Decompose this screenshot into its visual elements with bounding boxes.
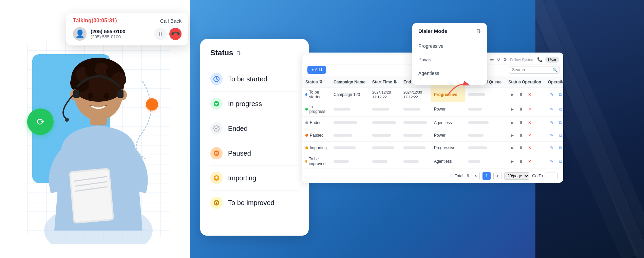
status-cell: To be improved xyxy=(302,154,330,169)
status-item-importing[interactable]: Importing xyxy=(210,166,299,191)
dot-icon xyxy=(305,160,307,163)
status-cell: Importing xyxy=(302,142,330,154)
per-page-select[interactable]: 20/page 50/page xyxy=(504,172,529,180)
placeholder xyxy=(468,146,487,149)
pagination: ⊙ Total : 6 < 1 > 20/page 50/page Go To xyxy=(302,169,563,183)
copy-btn[interactable]: ⧉ xyxy=(557,105,563,113)
edit-btn[interactable]: ✎ xyxy=(548,91,555,98)
stop-btn[interactable]: ✕ xyxy=(526,105,533,113)
play-btn[interactable]: ▶ xyxy=(508,132,516,139)
follow-system-label: Follow System xyxy=(510,58,534,62)
svg-point-30 xyxy=(214,151,219,156)
status-title: Status xyxy=(210,48,233,57)
campaign-name-cell: Campaign 123 xyxy=(330,87,369,102)
orange-dot xyxy=(146,98,158,111)
campaign-name-cell xyxy=(330,154,369,169)
placeholder xyxy=(468,134,484,137)
status-text: To be improved xyxy=(309,157,327,166)
placeholder xyxy=(403,146,425,149)
ops-btns: ✎ ⧉ 🗑 xyxy=(548,91,563,98)
stop-btn[interactable]: ✕ xyxy=(526,144,533,152)
dialer-progressive[interactable]: Progressive xyxy=(412,39,487,53)
status-cell: To be started xyxy=(302,87,330,102)
user-label[interactable]: User xyxy=(545,57,559,63)
pause-op-btn[interactable]: ⏸ xyxy=(517,144,525,152)
placeholder xyxy=(372,146,394,149)
play-btn[interactable]: ▶ xyxy=(508,105,516,113)
status-cell: In progress xyxy=(302,102,330,117)
to-be-improved-label: To be improved xyxy=(228,199,274,207)
call-controls: ⏸ 📞 xyxy=(154,28,182,40)
phone-icon-btn[interactable]: 📞 xyxy=(537,57,543,62)
phone-number-main: (205) 555-0100 xyxy=(91,28,150,34)
add-button[interactable]: + Add xyxy=(307,66,326,74)
current-page-btn[interactable]: 1 xyxy=(482,172,491,180)
placeholder xyxy=(403,134,422,137)
refresh-icon[interactable]: ↺ xyxy=(497,57,500,62)
status-item-to-be-started[interactable]: To be started xyxy=(210,67,299,92)
status-panel: Status ⇅ To be started In progress xyxy=(200,39,309,236)
stop-btn[interactable]: ✕ xyxy=(526,158,533,165)
campaign-name-cell xyxy=(330,129,369,142)
play-btn[interactable]: ▶ xyxy=(508,119,516,126)
outbound-queue-cell xyxy=(465,129,505,142)
play-btn[interactable]: ▶ xyxy=(508,158,516,165)
next-page-btn[interactable]: > xyxy=(493,172,501,180)
pause-op-btn[interactable]: ⏸ xyxy=(517,119,525,126)
copy-btn[interactable]: ⧉ xyxy=(557,158,563,165)
copy-btn[interactable]: ⧉ xyxy=(557,91,563,98)
ops-btns: ✎ ⧉ 🗑 xyxy=(548,132,563,139)
call-back-button[interactable]: Call Back xyxy=(160,18,182,24)
edit-btn[interactable]: ✎ xyxy=(548,158,555,165)
list-view-icon[interactable]: ☰ xyxy=(490,57,494,62)
edit-btn[interactable]: ✎ xyxy=(548,144,555,152)
placeholder xyxy=(468,160,480,163)
stop-btn[interactable]: ✕ xyxy=(526,119,533,126)
edit-btn[interactable]: ✎ xyxy=(548,105,555,113)
status-item-in-progress[interactable]: In progress xyxy=(210,92,299,116)
stop-btn[interactable]: ✕ xyxy=(526,132,533,139)
table-wrapper: Status ⇅ Campaign Name Start Time ⇅ End … xyxy=(302,77,563,169)
go-to-input[interactable] xyxy=(546,173,558,179)
campaign-name: Campaign 123 xyxy=(334,92,360,97)
placeholder xyxy=(468,108,482,111)
placeholder xyxy=(372,134,391,137)
prev-page-btn[interactable]: < xyxy=(472,172,480,180)
table-row: To be started Campaign 123 2024/12/28 17… xyxy=(302,87,563,102)
placeholder xyxy=(334,134,352,137)
play-btn[interactable]: ▶ xyxy=(508,144,516,152)
sort-icon[interactable]: ⇅ xyxy=(236,50,241,56)
edit-btn[interactable]: ✎ xyxy=(548,119,555,126)
edit-btn[interactable]: ✎ xyxy=(548,132,555,139)
dialer-power[interactable]: Power xyxy=(412,53,487,66)
copy-btn[interactable]: ⧉ xyxy=(557,119,563,126)
operations-cell: ✎ ⧉ 🗑 xyxy=(545,129,563,142)
to-be-improved-icon xyxy=(210,197,223,209)
main-container: ⟳ Talking(00:05:31) Call Back 👤 (205) 55… xyxy=(0,0,644,258)
pause-op-btn[interactable]: ⏸ xyxy=(517,158,525,165)
copy-btn[interactable]: ⧉ xyxy=(557,132,563,139)
dialer-panel: Dialer Mode ⇅ Progressive Power Agentles… xyxy=(412,23,487,85)
pause-button[interactable]: ⏸ xyxy=(154,28,167,40)
go-to-label: Go To xyxy=(532,174,543,178)
campaign-name-cell xyxy=(330,117,369,129)
svg-rect-16 xyxy=(73,90,79,98)
copy-btn[interactable]: ⧉ xyxy=(557,144,563,152)
settings-icon[interactable]: ⚙ xyxy=(503,57,507,62)
end-time-cell xyxy=(400,129,431,142)
stop-btn[interactable]: ✕ xyxy=(526,91,533,98)
pause-op-btn[interactable]: ⏸ xyxy=(517,105,525,113)
dialer-sort-icon[interactable]: ⇅ xyxy=(476,28,481,34)
placeholder xyxy=(372,160,387,163)
status-cell: Ended xyxy=(302,117,330,129)
search-icon: 🔍 xyxy=(552,66,558,74)
pause-op-btn[interactable]: ⏸ xyxy=(517,132,525,139)
pause-op-btn[interactable]: ⏸ xyxy=(517,91,525,98)
play-btn[interactable]: ▶ xyxy=(508,91,516,98)
status-item-ended[interactable]: Ended xyxy=(210,116,299,141)
status-item-to-be-improved[interactable]: To be improved xyxy=(210,191,299,215)
status-item-paused[interactable]: Paused xyxy=(210,141,299,166)
placeholder xyxy=(403,160,419,163)
status-ops: ▶ ⏸ ✕ xyxy=(508,158,541,165)
end-call-button[interactable]: 📞 xyxy=(167,25,184,43)
